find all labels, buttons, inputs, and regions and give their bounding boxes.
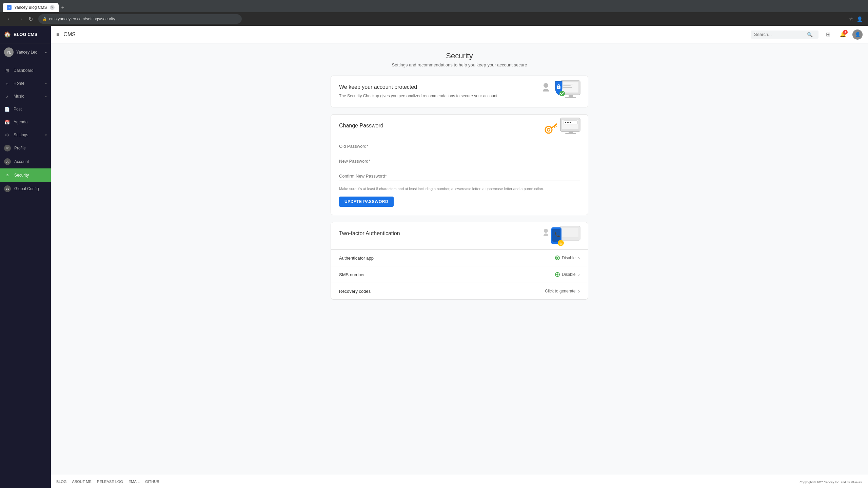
active-tab[interactable]: Y Yancey Blog CMS ✕ — [3, 3, 59, 12]
confirm-password-field — [339, 171, 580, 181]
search-box[interactable]: 🔍 — [751, 30, 818, 39]
new-tab-button[interactable]: + — [59, 3, 67, 12]
settings-icon: ⚙ — [4, 132, 10, 138]
sidebar-item-security[interactable]: S Security — [0, 168, 51, 182]
bookmark-icon[interactable]: ☆ — [849, 16, 853, 22]
notifications-button[interactable]: 🔔 4 — [837, 29, 848, 40]
svg-rect-25 — [562, 228, 578, 237]
page-content: Security Settings and recommendations to… — [51, 43, 868, 475]
svg-point-9 — [558, 87, 559, 88]
svg-rect-13 — [569, 131, 573, 133]
two-factor-header: Two-factor Authentication 📞 — [331, 222, 588, 249]
tfa-recovery[interactable]: Recovery codes Click to generate › — [331, 283, 588, 299]
old-password-input[interactable] — [339, 142, 580, 151]
user-chevron-icon: ▾ — [45, 50, 47, 54]
global-config-avatar-icon: GC — [4, 185, 11, 192]
agenda-icon: 📅 — [4, 119, 10, 125]
sidebar-header: 🏠 BLOG CMS — [0, 26, 51, 43]
confirm-password-input[interactable] — [339, 171, 580, 181]
user-avatar-icon: 👤 — [855, 32, 861, 37]
sms-label: SMS number — [339, 272, 555, 277]
home-arrow-icon: ▾ — [45, 82, 47, 85]
security-illus-svg — [542, 78, 583, 105]
address-box[interactable]: 🔒 cms.yanceyleo.com/settings/security — [38, 14, 242, 24]
account-avatar-icon: A — [4, 158, 11, 165]
sms-status-icon — [555, 272, 560, 277]
sidebar-item-profile[interactable]: P Profile — [0, 141, 51, 155]
username-label: Yancey Leo — [16, 50, 42, 55]
tfa-sms[interactable]: SMS number Disable › — [331, 266, 588, 283]
profile-icon[interactable]: 👤 — [857, 16, 863, 22]
password-illus-svg — [542, 116, 583, 140]
change-password-header: Change Password — [331, 115, 588, 142]
back-button[interactable]: ← — [5, 15, 14, 24]
top-bar: ≡ CMS 🔍 ⊞ 🔔 4 👤 — [51, 26, 868, 43]
sidebar: 🏠 BLOG CMS YL Yancey Leo ▾ ⊞ Dashboard ⌂… — [0, 26, 51, 488]
auth-app-status-text: Disable — [562, 256, 575, 260]
settings-arrow-icon: ▾ — [45, 133, 47, 137]
account-label: Account — [14, 159, 47, 164]
sidebar-item-post[interactable]: 📄 Post — [0, 103, 51, 116]
tab-close-btn[interactable]: ✕ — [50, 5, 55, 10]
browser-actions: ☆ 👤 — [849, 16, 863, 22]
main-content: ≡ CMS 🔍 ⊞ 🔔 4 👤 — [51, 26, 868, 488]
new-password-input[interactable] — [339, 157, 580, 166]
auth-app-status-icon — [555, 256, 560, 260]
agenda-label: Agenda — [14, 120, 47, 124]
address-bar: ← → ↻ 🔒 cms.yanceyleo.com/settings/secur… — [0, 12, 868, 26]
post-icon: 📄 — [4, 106, 10, 112]
search-input[interactable] — [754, 32, 805, 37]
new-password-field — [339, 157, 580, 166]
svg-point-31 — [544, 229, 548, 233]
browser-tabs: Y Yancey Blog CMS ✕ + — [3, 0, 67, 12]
app-container: 🏠 BLOG CMS YL Yancey Leo ▾ ⊞ Dashboard ⌂… — [0, 26, 868, 488]
svg-text:📞: 📞 — [554, 232, 560, 238]
home-icon: 🏠 — [4, 31, 11, 38]
auth-app-label: Authenticator app — [339, 256, 555, 261]
notification-badge: 4 — [843, 30, 848, 35]
ssl-lock-icon: 🔒 — [42, 17, 47, 21]
svg-line-22 — [555, 125, 556, 127]
update-password-button[interactable]: UPDATE PASSWORD — [339, 197, 394, 207]
footer-release-link[interactable]: RELEASE LOG — [97, 480, 123, 484]
svg-line-23 — [554, 126, 555, 128]
page-subtitle: Settings and recommendations to help you… — [59, 62, 860, 67]
post-label: Post — [14, 107, 47, 111]
sidebar-item-global-config[interactable]: GC Global Config — [0, 182, 51, 196]
tfa-list: Authenticator app Disable › SMS number D… — [331, 249, 588, 299]
refresh-button[interactable]: ↻ — [27, 15, 34, 24]
footer-github-link[interactable]: GITHUB — [145, 480, 159, 484]
grid-icon: ⊞ — [826, 31, 830, 38]
sidebar-user[interactable]: YL Yancey Leo ▾ — [0, 43, 51, 61]
footer-blog-link[interactable]: BLOG — [56, 480, 67, 484]
sidebar-item-settings[interactable]: ⚙ Settings ▾ — [0, 128, 51, 141]
sidebar-item-agenda[interactable]: 📅 Agenda — [0, 116, 51, 128]
menu-icon[interactable]: ≡ — [56, 32, 59, 38]
sidebar-item-music[interactable]: ♪ Music ▾ — [0, 90, 51, 103]
footer-email-link[interactable]: EMAIL — [129, 480, 140, 484]
tab-favicon: Y — [7, 5, 12, 10]
profile-label: Profile — [14, 146, 47, 150]
svg-point-17 — [567, 122, 569, 123]
music-arrow-icon: ▾ — [45, 95, 47, 98]
settings-label: Settings — [14, 133, 42, 137]
two-factor-card: Two-factor Authentication 📞 — [331, 222, 588, 300]
grid-view-button[interactable]: ⊞ — [823, 29, 833, 40]
forward-button[interactable]: → — [16, 15, 24, 24]
footer-about-link[interactable]: ABOUT ME — [72, 480, 92, 484]
sidebar-item-account[interactable]: A Account — [0, 155, 51, 168]
user-menu-button[interactable]: 👤 — [852, 29, 863, 40]
recovery-chevron-icon: › — [578, 288, 580, 294]
music-label: Music — [14, 94, 42, 99]
topbar-title: CMS — [63, 32, 76, 38]
tfa-auth-app[interactable]: Authenticator app Disable › — [331, 250, 588, 266]
sidebar-item-dashboard[interactable]: ⊞ Dashboard — [0, 64, 51, 77]
profile-avatar-icon: P — [4, 145, 11, 151]
auth-app-status: Disable — [555, 256, 575, 260]
change-password-form: Make sure it's at least 8 characters and… — [331, 142, 588, 215]
svg-rect-4 — [563, 84, 573, 84]
security-check-illustration — [542, 78, 583, 105]
sidebar-item-home[interactable]: ⌂ Home ▾ — [0, 77, 51, 90]
footer-copyright: Copyright © 2020 Yancey Inc. and its aff… — [800, 481, 863, 484]
sms-chevron-icon: › — [578, 272, 580, 277]
